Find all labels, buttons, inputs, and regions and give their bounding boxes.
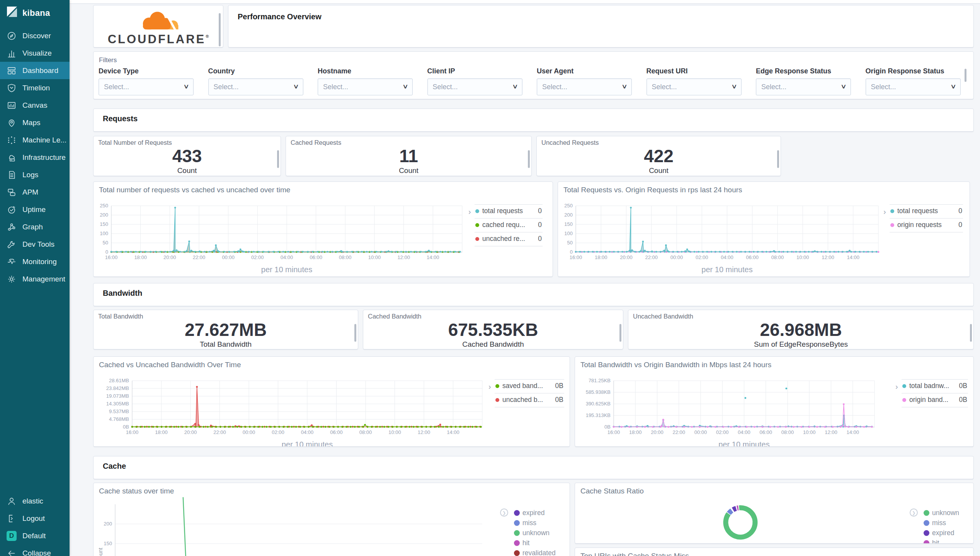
- panel-scrollbar[interactable]: [219, 13, 221, 46]
- sidebar-item-label: Logs: [22, 171, 38, 179]
- svg-text:08:00: 08:00: [339, 254, 352, 260]
- apm-icon: [7, 187, 17, 197]
- svg-text:16:00: 16:00: [607, 429, 620, 435]
- legend-collapse-icon[interactable]: ❯: [500, 509, 508, 517]
- filter-select-edge-response-status[interactable]: Select...∨: [756, 78, 851, 95]
- sidebar-item-graph[interactable]: Graph: [0, 218, 70, 236]
- sidebar-item-management[interactable]: Management: [0, 270, 70, 288]
- filter-select-user-agent[interactable]: Select...∨: [537, 78, 632, 95]
- legend-value: 0: [958, 207, 962, 215]
- legend-value: 0B: [959, 382, 967, 390]
- legend-color-dot: [495, 398, 499, 402]
- sidebar-nav: DiscoverVisualizeDashboardTimelionCanvas…: [0, 27, 70, 288]
- sidebar-item-visualize[interactable]: Visualize: [0, 44, 70, 62]
- select-placeholder: Select...: [761, 83, 786, 91]
- legend-item-miss[interactable]: miss: [924, 519, 974, 528]
- sidebar-item-default[interactable]: DDefault: [0, 527, 70, 544]
- svg-text:22:00: 22:00: [645, 254, 658, 260]
- legend-item-expired[interactable]: expired: [514, 509, 570, 518]
- content-area: CLOUDFLARE® Performance Overview Filters…: [70, 0, 980, 556]
- svg-text:50: 50: [567, 240, 573, 246]
- legend-item-hit[interactable]: hit: [924, 539, 974, 544]
- sidebar-item-apm[interactable]: APM: [0, 183, 70, 201]
- legend-label: saved band...: [502, 382, 543, 390]
- legend-label: miss: [522, 519, 536, 527]
- legend-collapse-icon[interactable]: ❯: [910, 509, 918, 517]
- sidebar-item-monitoring[interactable]: Monitoring: [0, 253, 70, 270]
- legend-label: total requests: [897, 207, 938, 215]
- svg-text:04:00: 04:00: [301, 429, 314, 435]
- sidebar-item-infrastructure[interactable]: Infrastructure: [0, 149, 70, 166]
- legend-item-origin-band-[interactable]: origin band...0B: [902, 395, 968, 405]
- legend-item-cached-requ-[interactable]: cached requ...0: [475, 220, 543, 230]
- filter-select-origin-response-status[interactable]: Select...∨: [866, 78, 961, 95]
- visualize-icon: [7, 48, 17, 58]
- legend-item-uncached-b-[interactable]: uncached b...0B: [495, 395, 564, 405]
- legend-item-miss[interactable]: miss: [514, 519, 570, 528]
- metric-value: 27.627MB: [94, 319, 358, 340]
- machine-learning-icon: [7, 135, 17, 145]
- svg-text:12:00: 12:00: [397, 254, 410, 260]
- select-placeholder: Select...: [104, 83, 129, 91]
- legend-item-unknown[interactable]: unknown: [924, 509, 974, 518]
- legend-label: miss: [932, 519, 946, 527]
- legend-item-total-requests[interactable]: total requests0: [475, 207, 543, 216]
- filter-select-device-type[interactable]: Select...∨: [99, 78, 194, 95]
- legend-color-dot: [890, 209, 894, 213]
- sidebar-item-elastic[interactable]: elastic: [0, 492, 70, 510]
- svg-text:22:00: 22:00: [193, 254, 206, 260]
- legend-item-unknown[interactable]: unknown: [514, 529, 570, 538]
- sidebar-item-logout[interactable]: Logout: [0, 510, 70, 527]
- svg-text:00:00: 00:00: [694, 429, 707, 435]
- svg-text:250: 250: [564, 203, 573, 208]
- svg-text:00:00: 00:00: [222, 254, 235, 260]
- legend-item-origin-requests[interactable]: origin requests0: [890, 220, 963, 230]
- legend-item-expired[interactable]: expired: [924, 529, 974, 538]
- chart-legend: total requests0origin requests0: [890, 182, 963, 277]
- filter-select-country[interactable]: Select...∨: [208, 78, 303, 95]
- chevron-down-icon: ∨: [402, 83, 408, 90]
- sidebar-item-label: Maps: [22, 119, 40, 127]
- uptime-icon: [7, 205, 17, 215]
- sidebar-item-discover[interactable]: Discover: [0, 27, 70, 44]
- chevron-down-icon: ∨: [840, 83, 847, 90]
- panel-scrollbar[interactable]: [970, 324, 972, 342]
- sidebar-item-dev-tools[interactable]: Dev Tools: [0, 236, 70, 253]
- svg-text:150: 150: [104, 541, 112, 546]
- sidebar-item-machine-le[interactable]: Machine Le...: [0, 131, 70, 149]
- panel-scrollbar[interactable]: [354, 324, 356, 342]
- sidebar-item-collapse[interactable]: Collapse: [0, 544, 70, 556]
- panel-scrollbar[interactable]: [619, 324, 621, 342]
- panel-scrollbar[interactable]: [528, 150, 530, 168]
- filter-select-hostname[interactable]: Select...∨: [318, 78, 413, 95]
- legend-item-total-requests[interactable]: total requests0: [890, 207, 963, 216]
- sidebar-item-uptime[interactable]: Uptime: [0, 201, 70, 218]
- sidebar-item-logs[interactable]: Logs: [0, 166, 70, 183]
- legend-item-total-badnw-[interactable]: total badnw...0B: [902, 381, 968, 391]
- svg-text:0: 0: [105, 249, 108, 255]
- total-vs-origin-bandwidth-panel: Total Bandwidth vs Origin Bandwidth in M…: [575, 356, 974, 447]
- legend-collapse-icon[interactable]: ›: [883, 207, 886, 216]
- panel-scrollbar[interactable]: [965, 69, 966, 82]
- chart-title: Top URIs with Cache Status Miss: [580, 552, 689, 556]
- filter-label: Origin Response Status: [866, 67, 961, 75]
- svg-text:20:00: 20:00: [651, 429, 664, 435]
- sidebar-item-maps[interactable]: Maps: [0, 114, 70, 131]
- legend-item-revalidated[interactable]: revalidated: [514, 549, 570, 556]
- filter-select-request-uri[interactable]: Select...∨: [647, 78, 742, 95]
- sidebar-item-label: Machine Le...: [22, 136, 66, 144]
- legend-collapse-icon[interactable]: ›: [488, 382, 491, 391]
- legend-label: uncached re...: [482, 235, 525, 243]
- legend-item-uncached-re-[interactable]: uncached re...0: [475, 234, 543, 244]
- panel-scrollbar[interactable]: [777, 150, 779, 168]
- sidebar-item-timelion[interactable]: Timelion: [0, 79, 70, 97]
- legend-collapse-icon[interactable]: ›: [895, 382, 898, 391]
- filter-select-client-ip[interactable]: Select...∨: [427, 78, 522, 95]
- sidebar-item-canvas[interactable]: Canvas: [0, 97, 70, 114]
- panel-scrollbar[interactable]: [277, 150, 279, 168]
- legend-item-hit[interactable]: hit: [514, 539, 570, 548]
- filter-request-uri: Request URISelect...∨: [647, 67, 742, 95]
- legend-collapse-icon[interactable]: ›: [468, 207, 471, 216]
- legend-item-saved-band-[interactable]: saved band...0B: [495, 381, 564, 391]
- sidebar-item-dashboard[interactable]: Dashboard: [0, 62, 70, 79]
